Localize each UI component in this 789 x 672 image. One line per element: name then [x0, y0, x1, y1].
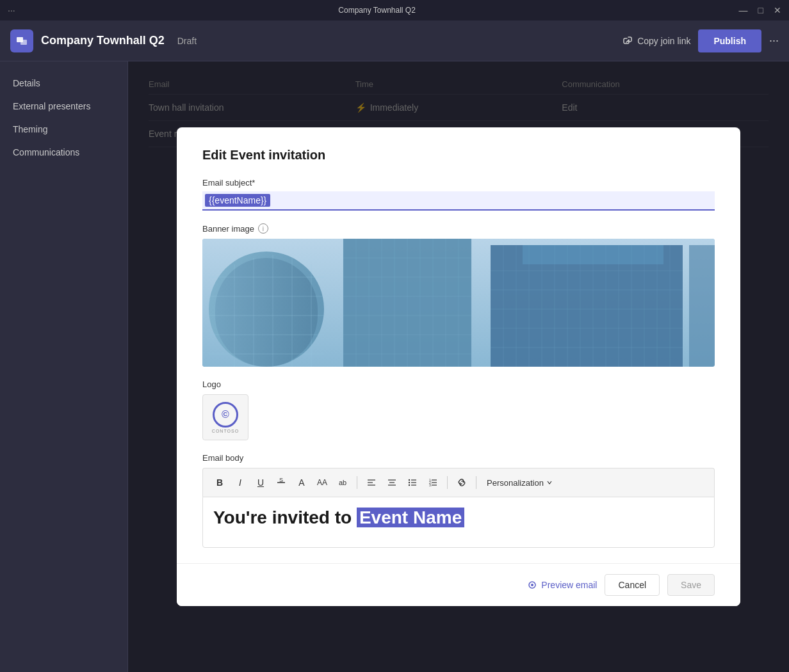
highlight-button[interactable]: ab: [334, 474, 352, 492]
sidebar-item-theming[interactable]: Theming: [0, 118, 127, 141]
modal-overlay: Edit Event invitation Email subject {{ev…: [128, 61, 789, 672]
logo-label: Logo: [202, 380, 715, 389]
logo-company-text: CONTOSO: [212, 429, 239, 433]
align-left-button[interactable]: [362, 474, 380, 492]
header-left: Company Townhall Q2 Draft: [10, 29, 622, 52]
edit-event-invitation-modal: Edit Event invitation Email subject {{ev…: [177, 127, 740, 606]
align-center-button[interactable]: [383, 474, 401, 492]
email-subject-field[interactable]: {{eventName}}: [202, 191, 715, 211]
svg-rect-1: [20, 40, 27, 45]
email-subject-value[interactable]: {{eventName}}: [205, 194, 270, 207]
logo-circle: ©: [213, 402, 238, 428]
banner-image-section: Banner image i: [202, 223, 715, 367]
numbered-list-button[interactable]: 1.2.3.: [424, 474, 442, 492]
modal-content[interactable]: Edit Event invitation Email subject {{ev…: [177, 127, 740, 563]
cancel-button[interactable]: Cancel: [605, 574, 660, 596]
svg-rect-4: [215, 258, 318, 367]
preview-email-label: Preview email: [541, 580, 597, 590]
banner-image-label: Banner image i: [202, 223, 715, 234]
logo-inner: © CONTOSO: [212, 402, 239, 433]
app-icon: [10, 29, 33, 52]
copy-join-link-label: Copy join link: [637, 36, 690, 46]
window-controls: — □ ✕: [739, 5, 781, 15]
email-body-section: Email body B I U S A AA ab: [202, 453, 715, 548]
toolbar-sep-3: [476, 476, 476, 489]
svg-point-62: [409, 479, 410, 481]
email-body-label: Email body: [202, 453, 715, 463]
email-subject-section: Email subject {{eventName}}: [202, 178, 715, 211]
email-body-highlight: Event Name: [357, 508, 464, 527]
modal-footer: Preview email Cancel Save: [177, 563, 740, 606]
font-color-button[interactable]: A: [293, 474, 311, 492]
svg-rect-53: [689, 245, 715, 367]
header-right: Copy join link Publish ···: [622, 29, 779, 52]
link-button[interactable]: [453, 474, 471, 492]
email-body-text: You're invited to: [213, 508, 352, 527]
email-body-heading: You're invited to Event Name: [213, 508, 464, 527]
toolbar-sep-1: [357, 476, 357, 489]
title-bar: ··· Company Townhall Q2 — □ ✕: [0, 0, 789, 20]
banner-info-icon[interactable]: i: [258, 223, 268, 234]
content-area: Email Time Communication Town hall invit…: [128, 61, 789, 672]
close-button[interactable]: ✕: [774, 5, 781, 15]
draft-badge: Draft: [177, 36, 197, 46]
app-title: Company Townhall Q2: [41, 34, 165, 47]
strikethrough-button[interactable]: S: [272, 474, 290, 492]
more-options-button[interactable]: ···: [769, 34, 779, 47]
logo-section: Logo © CONTOSO: [202, 380, 715, 440]
svg-text:S: S: [279, 477, 283, 483]
main-layout: Details External presenters Theming Comm…: [0, 61, 789, 672]
maximize-button[interactable]: □: [758, 5, 763, 15]
personalization-button[interactable]: Personalization: [482, 476, 558, 490]
sidebar-item-details[interactable]: Details: [0, 72, 127, 95]
app-menu[interactable]: ···: [8, 5, 15, 15]
banner-image[interactable]: [202, 239, 715, 367]
logo-box[interactable]: © CONTOSO: [202, 394, 248, 440]
svg-point-64: [409, 482, 410, 483]
modal-title: Edit Event invitation: [202, 148, 715, 163]
email-toolbar: B I U S A AA ab: [202, 468, 715, 497]
bold-button[interactable]: B: [211, 474, 229, 492]
italic-button[interactable]: I: [231, 474, 249, 492]
email-subject-label: Email subject: [202, 178, 715, 188]
window-title: Company Townhall Q2: [338, 6, 416, 15]
sidebar: Details External presenters Theming Comm…: [0, 61, 128, 672]
publish-button[interactable]: Publish: [698, 29, 761, 52]
preview-email-button[interactable]: Preview email: [527, 580, 597, 590]
logo-c-letter: ©: [222, 409, 229, 420]
email-body-content[interactable]: You're invited to Event Name: [202, 497, 715, 548]
minimize-button[interactable]: —: [739, 5, 748, 15]
font-size-button[interactable]: AA: [313, 474, 331, 492]
toolbar-sep-2: [447, 476, 448, 489]
svg-point-66: [409, 484, 410, 486]
svg-point-75: [531, 584, 533, 586]
app-header: Company Townhall Q2 Draft Copy join link…: [0, 20, 789, 61]
underline-button[interactable]: U: [252, 474, 270, 492]
svg-text:3.: 3.: [429, 483, 432, 487]
sidebar-item-communications[interactable]: Communications: [0, 141, 127, 164]
sidebar-item-external-presenters[interactable]: External presenters: [0, 95, 127, 118]
bullet-list-button[interactable]: [403, 474, 421, 492]
copy-join-link-button[interactable]: Copy join link: [622, 35, 690, 47]
save-button[interactable]: Save: [667, 574, 715, 596]
